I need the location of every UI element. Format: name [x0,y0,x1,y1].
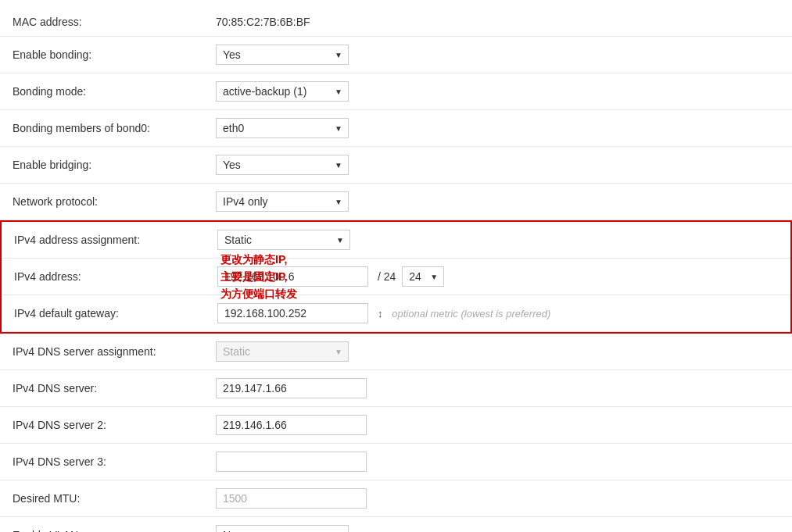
metric-icon: ↕ [378,308,383,320]
ipv4-dns-assignment-value-cell: Static ▼ [203,334,792,370]
bonding-mode-select-wrapper: active-backup (1) ▼ [216,81,349,102]
mtu-value-cell [203,480,792,517]
ipv4-dns-input[interactable] [216,378,367,398]
ipv4-dns-assignment-select[interactable]: Static [216,341,349,362]
enable-bonding-label: Enable bonding: [0,37,203,73]
enable-bonding-select[interactable]: Yes No [216,45,349,65]
ipv4-address-value-cell: / 24 24 ▼ [205,259,790,295]
bonding-mode-select[interactable]: active-backup (1) [216,81,349,102]
network-protocol-label: Network protocol: [0,184,203,220]
ipv4-assignment-label: IPv4 address assignment: [2,222,205,259]
ipv4-address-label: IPv4 address: [2,259,205,295]
network-protocol-row: Network protocol: IPv4 only ▼ [0,184,792,220]
enable-bridging-select[interactable]: Yes No [216,155,349,175]
ipv4-prefix-select-wrapper: 24 ▼ [402,266,444,287]
ipv4-prefix-label: / 24 [378,270,396,283]
ipv4-gateway-label: IPv4 default gateway: [2,295,205,332]
form-table: MAC address: 70:85:C2:7B:6B:BF Enable bo… [0,8,792,220]
network-protocol-select-wrapper: IPv4 only ▼ [216,191,349,212]
enable-bridging-label: Enable bridging: [0,147,203,184]
bonding-members-value-cell: eth0 ▼ [203,110,792,147]
ipv4-assignment-value-cell: Static DHCP ▼ [205,222,790,259]
enable-bridging-row: Enable bridging: Yes No ▼ [0,147,792,184]
metric-label: optional metric (lowest is preferred) [392,308,550,320]
bonding-members-row: Bonding members of bond0: eth0 ▼ [0,110,792,147]
form-table-lower: IPv4 DNS server assignment: Static ▼ IPv… [0,334,792,532]
enable-vlans-label: Enable VLANs: [0,517,203,533]
enable-bonding-select-wrapper: Yes No ▼ [216,45,349,65]
network-protocol-value-cell: IPv4 only ▼ [203,184,792,220]
enable-bonding-row: Enable bonding: Yes No ▼ [0,37,792,73]
mtu-row: Desired MTU: [0,480,792,517]
ipv4-address-input[interactable] [217,266,368,287]
ipv4-dns2-value-cell [203,407,792,444]
bonding-mode-label: Bonding mode: [0,73,203,110]
network-protocol-select[interactable]: IPv4 only [216,191,349,212]
ipv4-dns3-value-cell [203,444,792,480]
enable-bridging-value-cell: Yes No ▼ [203,147,792,184]
ipv4-dns-label: IPv4 DNS server: [0,370,203,407]
ipv4-assignment-row: IPv4 address assignment: Static DHCP ▼ [2,222,790,259]
enable-vlans-select[interactable]: No Yes [216,525,349,532]
mac-address-text: 70:85:C2:7B:6B:BF [216,16,310,28]
mac-address-label: MAC address: [0,8,203,37]
bonding-members-select[interactable]: eth0 [216,118,349,138]
mtu-label: Desired MTU: [0,480,203,517]
ipv4-assignment-select[interactable]: Static DHCP [217,230,350,250]
ipv4-assignment-select-wrapper: Static DHCP ▼ [217,230,350,250]
ipv4-gateway-value-cell: ↕ optional metric (lowest is preferred) [205,295,790,332]
bonding-mode-row: Bonding mode: active-backup (1) ▼ [0,73,792,110]
ipv4-dns-row: IPv4 DNS server: [0,370,792,407]
ipv4-dns3-label: IPv4 DNS server 3: [0,444,203,480]
enable-vlans-value-cell: No Yes ▼ [203,517,792,533]
ipv4-gateway-row: IPv4 default gateway: ↕ optional metric … [2,295,790,332]
ipv4-prefix-select[interactable]: 24 [402,266,444,287]
highlighted-section: 更改为静态IP, 主要是固定IP, 为方便端口转发 IPv4 address a… [0,220,792,334]
enable-vlans-select-wrapper: No Yes ▼ [216,525,349,532]
ipv4-dns-assignment-select-wrapper: Static ▼ [216,341,349,362]
enable-bonding-value-cell: Yes No ▼ [203,37,792,73]
ipv4-dns-value-cell [203,370,792,407]
ipv4-dns2-row: IPv4 DNS server 2: [0,407,792,444]
ipv4-dns3-row: IPv4 DNS server 3: [0,444,792,480]
ipv4-gateway-input[interactable] [217,303,368,323]
bonding-mode-value-cell: active-backup (1) ▼ [203,73,792,110]
ipv4-dns2-input[interactable] [216,415,367,435]
ipv4-dns2-label: IPv4 DNS server 2: [0,407,203,444]
bonding-members-select-wrapper: eth0 ▼ [216,118,349,138]
mac-address-row: MAC address: 70:85:C2:7B:6B:BF [0,8,792,37]
bonding-members-label: Bonding members of bond0: [0,110,203,147]
ipv4-address-row: IPv4 address: / 24 24 ▼ [2,259,790,295]
ipv4-dns-assignment-row: IPv4 DNS server assignment: Static ▼ [0,334,792,370]
page-container: MAC address: 70:85:C2:7B:6B:BF Enable bo… [0,0,792,532]
mtu-input[interactable] [216,488,367,509]
highlighted-form-table: IPv4 address assignment: Static DHCP ▼ [2,222,790,332]
ipv4-dns-assignment-label: IPv4 DNS server assignment: [0,334,203,370]
enable-vlans-row: Enable VLANs: No Yes ▼ [0,517,792,533]
enable-bridging-select-wrapper: Yes No ▼ [216,155,349,175]
ipv4-dns3-input[interactable] [216,452,367,472]
mac-address-value: 70:85:C2:7B:6B:BF [203,8,792,37]
